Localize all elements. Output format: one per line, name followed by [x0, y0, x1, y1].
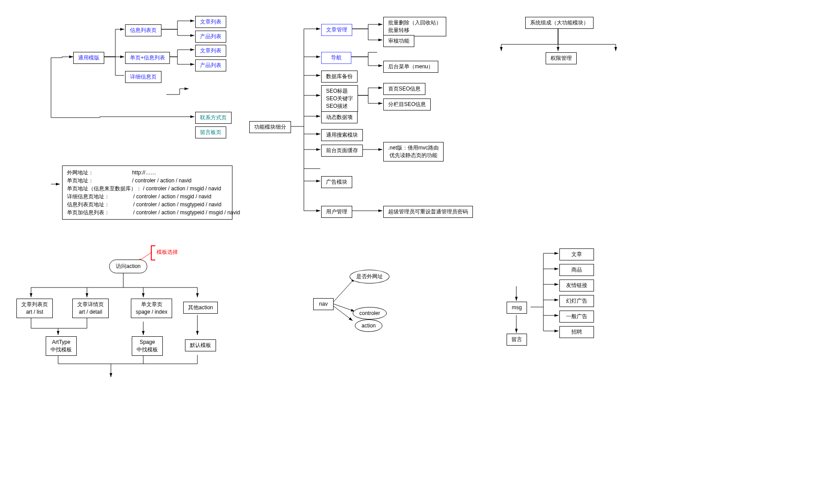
node-single-article-page: 单文章页 spage / index: [131, 299, 172, 318]
v3: / controler / action / msgid / navid: [143, 185, 221, 192]
node-msg: msg: [507, 302, 527, 314]
v1: http://……: [132, 169, 156, 176]
node-batch-delete: 批量删除（入回收站） 批量转移: [383, 17, 446, 36]
node-default-template: 默认模板: [185, 339, 216, 351]
node-review: 审核功能: [383, 35, 414, 47]
node-friendlink: 友情链接: [559, 280, 594, 291]
node-system-comp: 系统组成（大功能模块）: [525, 17, 594, 29]
node-seo-block: SEO标题 SEO关键字 SEO描述: [321, 85, 358, 112]
node-spage-find: Spage 中找模板: [132, 336, 163, 356]
node-module-detail: 功能模块细分: [249, 121, 291, 133]
node-generic-template: 通用模版: [73, 52, 104, 64]
v2: / controler / action / navid: [132, 177, 192, 184]
bracket-icon: [151, 245, 155, 260]
v4: / controler / action / msgid / navid: [133, 193, 211, 200]
node-article-list-2: 文章列表: [195, 45, 226, 57]
l4: 详细信息页地址：: [67, 193, 110, 200]
node-product-list-2: 产品列表: [195, 59, 226, 71]
node-controler: controler: [353, 307, 387, 319]
node-guestbook-page: 留言板页: [195, 126, 226, 138]
node-cache-note: .net版：借用mvc路由 优先读静态页的功能: [383, 142, 444, 161]
node-info-list-page: 信息列表页: [125, 24, 161, 36]
node-contact-page: 联系方式页: [195, 112, 232, 124]
node-product-list-1: 产品列表: [195, 31, 226, 43]
l3: 单页地址（信息来至数据库）：: [67, 185, 142, 192]
node-dynamic-data: 动态数据项: [321, 111, 358, 123]
node-article-list-1: 文章列表: [195, 16, 226, 28]
node-action: action: [355, 319, 382, 332]
node-guestbook: 留言: [507, 334, 527, 346]
node-article-list-page: 文章列表页 art / list: [16, 299, 53, 318]
v5: / controler / action / msgtypeid / navid: [133, 201, 221, 208]
node-column-seo: 分栏目SEO信息: [383, 98, 431, 110]
node-ad-module: 广告模块: [321, 176, 352, 188]
node-db-backup: 数据库备份: [321, 71, 358, 83]
node-recruit: 招聘: [559, 326, 594, 338]
node-search-module: 通用搜索模块: [321, 129, 363, 141]
node-single-info-list: 单页+信息列表: [125, 52, 170, 64]
node-home-seo: 首页SEO信息: [383, 83, 425, 95]
node-article: 文章: [559, 248, 594, 260]
node-perm-mgmt: 权限管理: [546, 52, 577, 64]
node-page-cache: 前台页面缓存: [321, 145, 363, 157]
node-nav: nav: [313, 298, 334, 310]
l6: 单页加信息列表：: [67, 209, 110, 216]
node-visit-action: 访问action: [109, 260, 147, 273]
node-navigation: 导航: [321, 52, 351, 64]
url-rules-block: 外网地址： http://…… 单页地址： / controler / acti…: [62, 165, 232, 220]
node-other-action: 其他action: [183, 302, 218, 314]
node-admin-note: 超级管理员可重设普通管理员密码: [383, 206, 473, 218]
node-is-external: 是否外网址: [350, 270, 389, 284]
node-backend-menu: 后台菜单（menu）: [383, 61, 438, 73]
node-product: 商品: [559, 264, 594, 276]
label-template-select: 模板选择: [157, 248, 178, 256]
node-detail-page: 详细信息页: [125, 71, 161, 83]
node-article-detail-page: 文章详情页 art / detail: [72, 299, 109, 318]
l5: 信息列表页地址：: [67, 201, 110, 208]
node-general-ad: 一般广告: [559, 311, 594, 323]
l2: 单页地址：: [67, 177, 94, 184]
diagram-canvas: 通用模版 信息列表页 单页+信息列表 详细信息页 文章列表 产品列表 文章列表 …: [0, 0, 818, 504]
node-slide-ad: 幻灯广告: [559, 295, 594, 307]
v6: / controler / action / msgtypeid / msgid…: [133, 209, 240, 216]
node-arttype-find: ArtType 中找模板: [46, 336, 77, 356]
node-article-mgmt: 文章管理: [321, 24, 352, 36]
l1: 外网地址：: [67, 169, 94, 176]
node-user-mgmt: 用户管理: [321, 206, 352, 218]
